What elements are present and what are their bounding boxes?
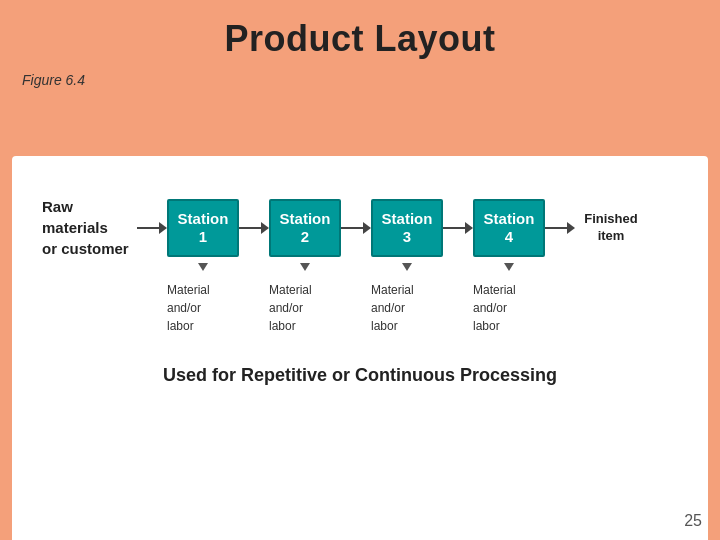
arrow-5 (545, 218, 575, 238)
station-3-number: 3 (403, 228, 411, 246)
material-2: Materialand/orlabor (269, 281, 341, 335)
station-4-box: Station 4 (473, 199, 545, 257)
material-1: Materialand/orlabor (167, 281, 239, 335)
arrow-3 (341, 218, 371, 238)
material-3: Materialand/orlabor (371, 281, 443, 335)
station-1-label: Station (178, 210, 229, 228)
down-arrow-1 (167, 263, 239, 271)
arrow-1 (137, 218, 167, 238)
station-3-label: Station (382, 210, 433, 228)
station-2-box: Station 2 (269, 199, 341, 257)
station-1-box: Station 1 (167, 199, 239, 257)
page-container: Product Layout Figure 6.4 Rawmaterialsor… (0, 0, 720, 540)
station-3-box: Station 3 (371, 199, 443, 257)
station-2-number: 2 (301, 228, 309, 246)
station-4-label: Station (484, 210, 535, 228)
station-4-number: 4 (505, 228, 513, 246)
arrow-2 (239, 218, 269, 238)
page-title: Product Layout (224, 18, 495, 59)
station-2-label: Station (280, 210, 331, 228)
material-row: Materialand/orlabor Materialand/orlabor … (32, 281, 688, 335)
station-1-number: 1 (199, 228, 207, 246)
arrow-4 (443, 218, 473, 238)
white-panel: Rawmaterialsor customer Station 1 Statio… (12, 156, 708, 540)
finished-item-label: Finished item (581, 211, 641, 245)
figure-label: Figure 6.4 (22, 72, 85, 88)
page-number: 25 (684, 512, 702, 530)
down-arrow-3 (371, 263, 443, 271)
flow-area: Rawmaterialsor customer Station 1 Statio… (32, 196, 688, 259)
title-area: Product Layout (0, 0, 720, 66)
raw-materials-label: Rawmaterialsor customer (42, 196, 137, 259)
material-4: Materialand/orlabor (473, 281, 545, 335)
down-arrow-2 (269, 263, 341, 271)
down-arrow-4 (473, 263, 545, 271)
bottom-text: Used for Repetitive or Continuous Proces… (32, 365, 688, 386)
down-arrows-row (32, 263, 688, 271)
